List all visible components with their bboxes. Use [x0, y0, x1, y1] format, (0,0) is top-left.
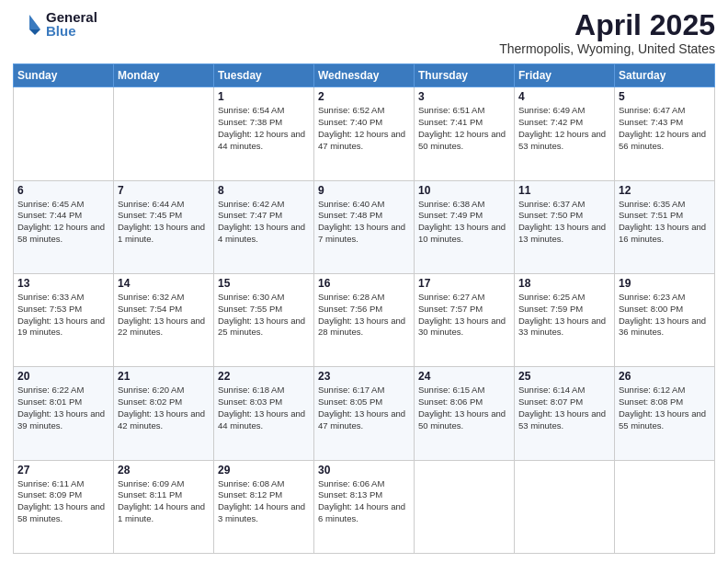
- logo: General Blue: [13, 9, 97, 39]
- day-number: 7: [118, 184, 210, 197]
- calendar-week-row: 20Sunrise: 6:22 AM Sunset: 8:01 PM Dayli…: [14, 367, 715, 460]
- col-saturday: Saturday: [615, 64, 715, 87]
- col-sunday: Sunday: [14, 64, 114, 87]
- table-row: 7Sunrise: 6:44 AM Sunset: 7:45 PM Daylig…: [114, 180, 214, 273]
- table-row: 13Sunrise: 6:33 AM Sunset: 7:53 PM Dayli…: [14, 273, 114, 366]
- day-info: Sunrise: 6:33 AM Sunset: 7:53 PM Dayligh…: [17, 292, 109, 339]
- table-row: 15Sunrise: 6:30 AM Sunset: 7:55 PM Dayli…: [214, 273, 314, 366]
- day-info: Sunrise: 6:20 AM Sunset: 8:02 PM Dayligh…: [118, 385, 210, 431]
- day-info: Sunrise: 6:25 AM Sunset: 7:59 PM Dayligh…: [518, 292, 610, 339]
- day-number: 11: [518, 184, 610, 197]
- table-row: 22Sunrise: 6:18 AM Sunset: 8:03 PM Dayli…: [214, 367, 314, 460]
- day-info: Sunrise: 6:37 AM Sunset: 7:50 PM Dayligh…: [518, 199, 610, 246]
- table-row: 11Sunrise: 6:37 AM Sunset: 7:50 PM Dayli…: [515, 180, 615, 273]
- day-number: 26: [619, 370, 711, 383]
- logo-blue: Blue: [46, 24, 97, 38]
- day-info: Sunrise: 6:11 AM Sunset: 8:09 PM Dayligh…: [17, 478, 109, 525]
- day-number: 29: [218, 464, 310, 477]
- col-wednesday: Wednesday: [314, 64, 415, 87]
- day-info: Sunrise: 6:49 AM Sunset: 7:42 PM Dayligh…: [518, 105, 610, 152]
- day-info: Sunrise: 6:17 AM Sunset: 8:05 PM Dayligh…: [318, 385, 410, 431]
- logo-icon: [13, 9, 42, 39]
- day-number: 20: [17, 370, 109, 383]
- table-row: 26Sunrise: 6:12 AM Sunset: 8:08 PM Dayli…: [615, 367, 715, 460]
- day-info: Sunrise: 6:14 AM Sunset: 8:07 PM Dayligh…: [518, 385, 610, 431]
- day-number: 15: [218, 277, 310, 290]
- col-monday: Monday: [114, 64, 214, 87]
- table-row: 1Sunrise: 6:54 AM Sunset: 7:38 PM Daylig…: [214, 87, 314, 180]
- day-number: 21: [118, 370, 210, 383]
- table-row: 29Sunrise: 6:08 AM Sunset: 8:12 PM Dayli…: [214, 460, 314, 553]
- table-row: 21Sunrise: 6:20 AM Sunset: 8:02 PM Dayli…: [114, 367, 214, 460]
- day-number: 23: [318, 370, 410, 383]
- day-info: Sunrise: 6:51 AM Sunset: 7:41 PM Dayligh…: [418, 105, 510, 152]
- table-row: 30Sunrise: 6:06 AM Sunset: 8:13 PM Dayli…: [314, 460, 415, 553]
- day-info: Sunrise: 6:42 AM Sunset: 7:47 PM Dayligh…: [218, 199, 310, 246]
- table-row: 17Sunrise: 6:27 AM Sunset: 7:57 PM Dayli…: [415, 273, 515, 366]
- table-row: [415, 460, 515, 553]
- day-number: 12: [619, 184, 711, 197]
- day-info: Sunrise: 6:35 AM Sunset: 7:51 PM Dayligh…: [619, 199, 711, 246]
- col-friday: Friday: [515, 64, 615, 87]
- table-row: 18Sunrise: 6:25 AM Sunset: 7:59 PM Dayli…: [515, 273, 615, 366]
- day-number: 18: [518, 277, 610, 290]
- day-info: Sunrise: 6:40 AM Sunset: 7:48 PM Dayligh…: [318, 199, 410, 246]
- day-info: Sunrise: 6:30 AM Sunset: 7:55 PM Dayligh…: [218, 292, 310, 339]
- table-row: 3Sunrise: 6:51 AM Sunset: 7:41 PM Daylig…: [415, 87, 515, 180]
- day-number: 6: [17, 184, 109, 197]
- day-info: Sunrise: 6:12 AM Sunset: 8:08 PM Dayligh…: [619, 385, 711, 431]
- calendar-table: Sunday Monday Tuesday Wednesday Thursday…: [13, 63, 715, 554]
- logo-text: General Blue: [46, 10, 97, 38]
- day-number: 4: [518, 90, 610, 103]
- calendar-week-row: 27Sunrise: 6:11 AM Sunset: 8:09 PM Dayli…: [14, 460, 715, 553]
- day-info: Sunrise: 6:44 AM Sunset: 7:45 PM Dayligh…: [118, 199, 210, 246]
- day-number: 13: [17, 277, 109, 290]
- table-row: 9Sunrise: 6:40 AM Sunset: 7:48 PM Daylig…: [314, 180, 415, 273]
- day-info: Sunrise: 6:15 AM Sunset: 8:06 PM Dayligh…: [418, 385, 510, 431]
- logo-general: General: [46, 10, 97, 24]
- day-info: Sunrise: 6:52 AM Sunset: 7:40 PM Dayligh…: [318, 105, 410, 152]
- day-number: 27: [17, 464, 109, 477]
- table-row: 6Sunrise: 6:45 AM Sunset: 7:44 PM Daylig…: [14, 180, 114, 273]
- table-row: 24Sunrise: 6:15 AM Sunset: 8:06 PM Dayli…: [415, 367, 515, 460]
- table-row: 14Sunrise: 6:32 AM Sunset: 7:54 PM Dayli…: [114, 273, 214, 366]
- day-number: 16: [318, 277, 410, 290]
- col-thursday: Thursday: [415, 64, 515, 87]
- day-number: 2: [318, 90, 410, 103]
- table-row: [114, 87, 214, 180]
- day-number: 22: [218, 370, 310, 383]
- table-row: 25Sunrise: 6:14 AM Sunset: 8:07 PM Dayli…: [515, 367, 615, 460]
- day-number: 1: [218, 90, 310, 103]
- day-info: Sunrise: 6:22 AM Sunset: 8:01 PM Dayligh…: [17, 385, 109, 431]
- table-row: 10Sunrise: 6:38 AM Sunset: 7:49 PM Dayli…: [415, 180, 515, 273]
- table-row: 19Sunrise: 6:23 AM Sunset: 8:00 PM Dayli…: [615, 273, 715, 366]
- day-number: 28: [118, 464, 210, 477]
- day-info: Sunrise: 6:23 AM Sunset: 8:00 PM Dayligh…: [619, 292, 711, 339]
- table-row: 16Sunrise: 6:28 AM Sunset: 7:56 PM Dayli…: [314, 273, 415, 366]
- table-row: 4Sunrise: 6:49 AM Sunset: 7:42 PM Daylig…: [515, 87, 615, 180]
- day-number: 8: [218, 184, 310, 197]
- calendar-header-row: Sunday Monday Tuesday Wednesday Thursday…: [14, 64, 715, 87]
- table-row: 2Sunrise: 6:52 AM Sunset: 7:40 PM Daylig…: [314, 87, 415, 180]
- table-row: [14, 87, 114, 180]
- day-number: 10: [418, 184, 510, 197]
- day-number: 30: [318, 464, 410, 477]
- table-row: 12Sunrise: 6:35 AM Sunset: 7:51 PM Dayli…: [615, 180, 715, 273]
- table-row: 23Sunrise: 6:17 AM Sunset: 8:05 PM Dayli…: [314, 367, 415, 460]
- day-info: Sunrise: 6:45 AM Sunset: 7:44 PM Dayligh…: [17, 199, 109, 246]
- table-row: 27Sunrise: 6:11 AM Sunset: 8:09 PM Dayli…: [14, 460, 114, 553]
- day-info: Sunrise: 6:32 AM Sunset: 7:54 PM Dayligh…: [118, 292, 210, 339]
- table-row: [615, 460, 715, 553]
- svg-rect-0: [13, 9, 42, 39]
- table-row: 20Sunrise: 6:22 AM Sunset: 8:01 PM Dayli…: [14, 367, 114, 460]
- day-number: 17: [418, 277, 510, 290]
- table-row: [515, 460, 615, 553]
- location-subtitle: Thermopolis, Wyoming, United States: [499, 41, 715, 56]
- day-info: Sunrise: 6:38 AM Sunset: 7:49 PM Dayligh…: [418, 199, 510, 246]
- title-block: April 2025 Thermopolis, Wyoming, United …: [499, 9, 715, 56]
- day-info: Sunrise: 6:27 AM Sunset: 7:57 PM Dayligh…: [418, 292, 510, 339]
- day-number: 19: [619, 277, 711, 290]
- col-tuesday: Tuesday: [214, 64, 314, 87]
- calendar-week-row: 6Sunrise: 6:45 AM Sunset: 7:44 PM Daylig…: [14, 180, 715, 273]
- day-number: 14: [118, 277, 210, 290]
